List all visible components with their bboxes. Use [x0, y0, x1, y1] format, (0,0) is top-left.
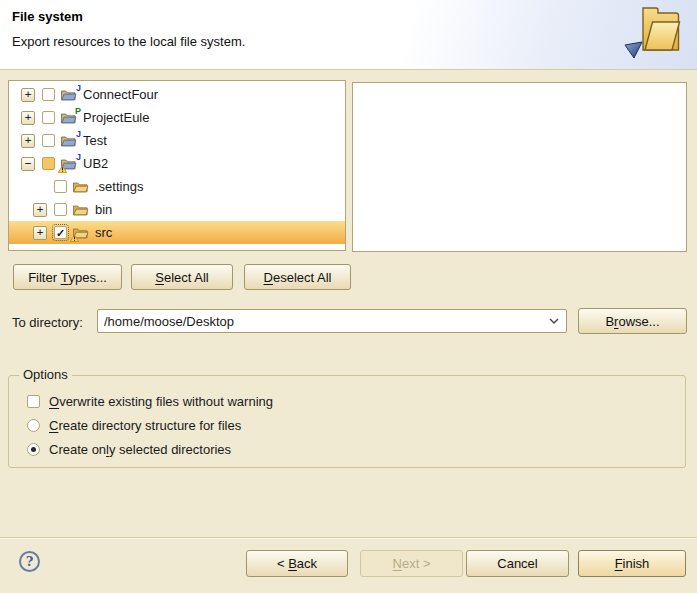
project-decorator: P: [75, 106, 81, 116]
expand-icon[interactable]: +: [33, 226, 47, 240]
java-project-icon: J: [60, 133, 78, 148]
checkbox[interactable]: [27, 395, 40, 408]
option-label: Overwrite existing files without warning: [49, 394, 273, 409]
tree-item-label: ConnectFour: [83, 87, 158, 102]
tree-item-label: src: [95, 225, 112, 240]
tree-item-label: ProjectEule: [83, 110, 149, 125]
option-create-structure[interactable]: Create directory structure for files: [27, 415, 241, 435]
folder-icon: [72, 179, 90, 194]
radio-button-selected[interactable]: [27, 443, 40, 456]
options-group-label: Options: [19, 367, 72, 382]
java-decorator: J: [76, 152, 81, 162]
checkbox[interactable]: [54, 203, 67, 216]
page-description: Export resources to the local file syste…: [12, 34, 245, 49]
directory-value: /home/moose/Desktop: [98, 314, 542, 329]
to-directory-label: To directory:: [12, 315, 83, 330]
tree-item-ub2[interactable]: − J UB2: [9, 152, 345, 175]
file-list-panel[interactable]: [352, 82, 687, 252]
tree-item-label: UB2: [83, 156, 108, 171]
page-title: File system: [12, 9, 83, 24]
tree-item-src[interactable]: + ✓ src: [9, 221, 345, 244]
question-mark-icon: ?: [26, 554, 34, 569]
filter-types-button[interactable]: Filter Types...: [13, 264, 122, 290]
finish-button[interactable]: Finish: [578, 550, 686, 577]
wizard-header: File system Export resources to the loca…: [0, 0, 697, 70]
java-decorator: J: [76, 83, 81, 93]
back-button[interactable]: < Back: [246, 550, 348, 577]
java-project-warning-icon: J: [60, 156, 78, 171]
warning-icon: [70, 234, 79, 242]
chevron-down-icon[interactable]: [542, 310, 566, 332]
expand-icon[interactable]: +: [21, 134, 35, 148]
expand-icon[interactable]: +: [21, 111, 35, 125]
tree-item-label: bin: [95, 202, 112, 217]
tree-item-test[interactable]: + J Test: [9, 129, 345, 152]
footer-separator: [0, 537, 697, 539]
checkbox-checked[interactable]: ✓: [54, 226, 67, 239]
tree-item-settings[interactable]: .settings: [9, 175, 345, 198]
tree-item-label: .settings: [95, 179, 143, 194]
expand-icon[interactable]: +: [21, 88, 35, 102]
tree-item-bin[interactable]: + bin: [9, 198, 345, 221]
checkbox[interactable]: [42, 88, 55, 101]
next-button: Next >: [360, 550, 463, 577]
checkbox[interactable]: [42, 111, 55, 124]
export-folder-icon: [617, 2, 689, 62]
select-all-button[interactable]: Select All: [131, 264, 233, 290]
checkbox-grayed[interactable]: [42, 157, 55, 170]
tree-item-connectfour[interactable]: + J ConnectFour: [9, 83, 345, 106]
directory-combo[interactable]: /home/moose/Desktop: [97, 309, 567, 333]
option-overwrite[interactable]: Overwrite existing files without warning: [27, 391, 273, 411]
tree-item-label: Test: [83, 133, 107, 148]
java-decorator: J: [76, 129, 81, 139]
project-icon: P: [60, 110, 78, 125]
folder-warning-icon: [72, 225, 90, 240]
folder-icon: [72, 202, 90, 217]
checkbox[interactable]: [42, 134, 55, 147]
deselect-all-button[interactable]: Deselect All: [244, 264, 351, 290]
option-label: Create directory structure for files: [49, 418, 241, 433]
cancel-button[interactable]: Cancel: [466, 550, 569, 577]
collapse-icon[interactable]: −: [21, 157, 35, 171]
option-create-selected[interactable]: Create only selected directories: [27, 439, 231, 459]
radio-button[interactable]: [27, 419, 40, 432]
tree-item-projecteule[interactable]: + P ProjectEule: [9, 106, 345, 129]
help-button[interactable]: ?: [19, 551, 40, 572]
checkbox[interactable]: [54, 180, 67, 193]
options-group: Options Overwrite existing files without…: [8, 375, 686, 468]
warning-icon: [58, 165, 67, 173]
browse-button[interactable]: Browse...: [578, 308, 687, 334]
resource-tree: + J ConnectFour + P ProjectEule + J Test…: [8, 80, 346, 251]
option-label: Create only selected directories: [49, 442, 231, 457]
expand-icon[interactable]: +: [33, 203, 47, 217]
checkmark-icon: ✓: [56, 228, 65, 238]
java-project-icon: J: [60, 87, 78, 102]
